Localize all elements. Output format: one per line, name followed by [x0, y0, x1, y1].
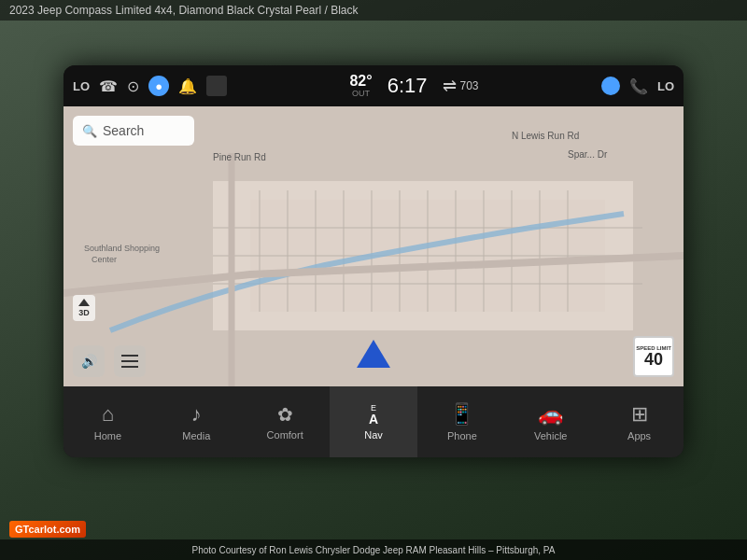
- nav-item-vehicle[interactable]: 🚗 Vehicle: [506, 386, 595, 457]
- apps-label: Apps: [627, 430, 651, 441]
- lo-left-label: LO: [73, 79, 90, 93]
- nav-item-home[interactable]: ⌂ Home: [63, 386, 152, 457]
- map-3d-button[interactable]: 3D: [73, 295, 95, 321]
- temperature-block: 82° OUT: [349, 73, 372, 98]
- phone-handset-icon[interactable]: 📞: [629, 77, 648, 95]
- infotainment-screen: LO ☎ ⊙ ● 🔔 82° OUT 6:17 ⇌ 703 📞: [63, 65, 684, 457]
- volume-button[interactable]: 🔊: [73, 345, 105, 377]
- hamburger-menu-button[interactable]: [114, 345, 146, 377]
- temperature-value: 82°: [349, 73, 372, 90]
- bell-icon[interactable]: 🔔: [178, 77, 197, 95]
- phone-icon: ☎: [99, 77, 118, 95]
- menu-line-1: [121, 355, 138, 357]
- status-center-group: 82° OUT 6:17 ⇌ 703: [227, 73, 601, 98]
- person-icon: ●: [148, 76, 169, 96]
- page-title: 2023 Jeep Compass Limited 4x4, Diamond B…: [0, 0, 747, 21]
- speed-limit-sign: SPEED LIMIT 40: [633, 336, 674, 377]
- nav-item-apps[interactable]: ⊞ Apps: [595, 386, 684, 457]
- bottom-nav: ⌂ Home ♪ Media ✿ Comfort E A Nav 📱 Phone…: [63, 386, 684, 457]
- search-icon: 🔍: [82, 124, 97, 138]
- nav-item-phone[interactable]: 📱 Phone: [417, 386, 506, 457]
- apps-icon: ⊞: [631, 402, 648, 427]
- vehicle-icon: 🚗: [538, 402, 563, 427]
- comfort-icon: ✿: [277, 403, 293, 426]
- svg-text:Spar... Dr: Spar... Dr: [568, 149, 608, 160]
- lo-right-label: LO: [657, 79, 674, 93]
- svg-text:N Lewis Run Rd: N Lewis Run Rd: [512, 131, 579, 141]
- map-3d-label: 3D: [78, 308, 90, 317]
- photo-credit: Photo Courtesy of Ron Lewis Chrysler Dod…: [0, 539, 747, 560]
- time-display: 6:17: [388, 74, 428, 98]
- active-circle-icon: [601, 77, 620, 95]
- signal-icon: ⇌: [443, 76, 457, 96]
- svg-text:Center: Center: [92, 255, 117, 264]
- menu-line-3: [121, 366, 138, 368]
- volume-icon: 🔊: [81, 354, 97, 369]
- search-input-text: Search: [103, 123, 144, 138]
- watermark: GTcarlot.com: [9, 520, 86, 537]
- phone-nav-icon: 📱: [449, 402, 474, 427]
- media-icon: ♪: [191, 402, 202, 427]
- temperature-label: OUT: [349, 90, 372, 99]
- vehicle-label: Vehicle: [534, 430, 567, 441]
- nav-item-comfort[interactable]: ✿ Comfort: [241, 386, 330, 457]
- compass-icon: E A: [369, 404, 378, 426]
- nav-item-media[interactable]: ♪ Media: [152, 386, 241, 457]
- svg-text:Pine Run Rd: Pine Run Rd: [213, 152, 266, 162]
- phone-label: Phone: [447, 430, 477, 441]
- nav-label: Nav: [364, 429, 383, 441]
- menu-line-2: [121, 360, 138, 362]
- svg-text:Southland Shopping: Southland Shopping: [84, 244, 160, 253]
- compass-arrow-icon: [78, 299, 90, 306]
- comfort-label: Comfort: [267, 429, 303, 441]
- home-label: Home: [94, 430, 121, 441]
- watermark-logo: GTcarlot.com: [9, 521, 86, 538]
- media-label: Media: [182, 430, 210, 441]
- circle-arrow-icon: ⊙: [127, 77, 139, 95]
- vehicle-position-arrow: [357, 340, 390, 368]
- map-area: Pine Run Rd N Lewis Run Rd Spar... Dr So…: [63, 106, 684, 386]
- dark-square-icon: [206, 76, 227, 96]
- home-icon: ⌂: [102, 402, 114, 427]
- status-left-group: LO ☎ ⊙ ● 🔔: [73, 76, 227, 96]
- signal-block: ⇌ 703: [443, 76, 479, 96]
- nav-item-nav[interactable]: E A Nav: [330, 386, 418, 457]
- status-bar: LO ☎ ⊙ ● 🔔 82° OUT 6:17 ⇌ 703 📞: [63, 65, 684, 106]
- status-right-group: 📞 LO: [601, 77, 674, 95]
- compass-a-text: A: [369, 413, 378, 426]
- search-bar[interactable]: 🔍 Search: [73, 116, 194, 146]
- signal-number: 703: [460, 79, 479, 92]
- speed-limit-value: 40: [644, 351, 663, 368]
